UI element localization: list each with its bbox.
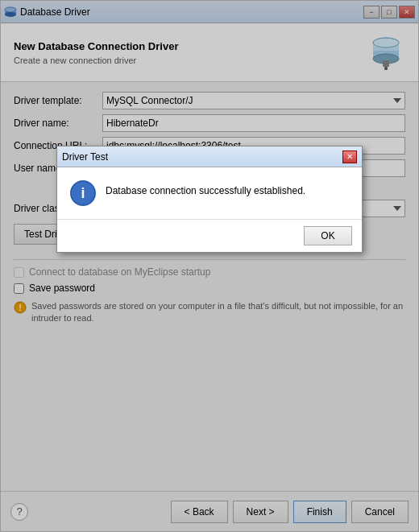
dialog-title-bar: Driver Test ✕ <box>57 146 362 167</box>
dialog-overlay: Driver Test ✕ i Database connection succ… <box>1 1 418 531</box>
dialog-title: Driver Test <box>62 151 108 163</box>
main-window: Database Driver − □ ✕ New Database Conne… <box>0 0 419 532</box>
dialog-footer: OK <box>57 219 362 252</box>
dialog-body: i Database connection successfully estab… <box>57 167 362 219</box>
driver-test-dialog: Driver Test ✕ i Database connection succ… <box>56 146 363 253</box>
ok-button[interactable]: OK <box>304 226 352 245</box>
dialog-message: Database connection successfully establi… <box>106 180 305 196</box>
dialog-close-button[interactable]: ✕ <box>342 151 357 163</box>
info-icon: i <box>70 180 96 206</box>
